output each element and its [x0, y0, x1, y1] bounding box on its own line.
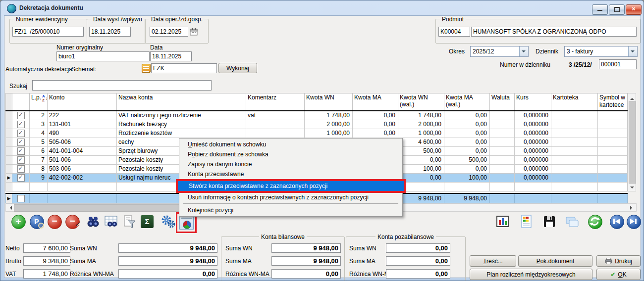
- vertical-scrollbar[interactable]: [628, 93, 636, 191]
- col-konto[interactable]: Konto: [48, 94, 117, 111]
- table-row[interactable]: 4490Rozliczenie kosztów1 000,000,001 000…: [6, 129, 628, 138]
- menu-item-umiesc-dokument[interactable]: Umieść dokument w schowku: [179, 140, 402, 149]
- table-row[interactable]: 3131-001Rachunek bieżący2 000,000,002 00…: [6, 120, 628, 129]
- schemat-input[interactable]: [151, 63, 217, 73]
- add-button[interactable]: +: [10, 214, 26, 230]
- nav-first-button[interactable]: [609, 214, 625, 230]
- row-checkbox-cell[interactable]: [12, 120, 30, 129]
- podmiot-name-input[interactable]: [471, 27, 637, 37]
- podmiot-code-input[interactable]: [438, 27, 470, 37]
- delete-button[interactable]: −: [47, 214, 62, 230]
- col-komentarz[interactable]: Komentarz: [246, 94, 305, 111]
- checkbox[interactable]: [17, 139, 25, 146]
- checkbox[interactable]: [17, 130, 25, 137]
- lookup-p-button[interactable]: P: [29, 214, 45, 230]
- checkbox[interactable]: [17, 112, 25, 119]
- col-symbol-w-kartotece[interactable]: Symbol w kartotece: [598, 94, 628, 111]
- row-checkbox-cell[interactable]: [12, 174, 30, 183]
- vertical-scroll-thumb[interactable]: [629, 101, 636, 184]
- menu-item-kolejnosc-pozycji[interactable]: Kolejność pozycji: [179, 205, 402, 215]
- calendar-icon: [189, 27, 198, 36]
- data-dok-input[interactable]: [150, 51, 192, 61]
- current-row-indicator: ▶: [6, 193, 12, 203]
- szukaj-input[interactable]: [32, 80, 212, 91]
- menu-item-pobierz-dokument[interactable]: Pobierz dokument ze schowka: [179, 149, 402, 159]
- ok-button[interactable]: ✔ OK: [596, 269, 641, 280]
- cell-kartoteka: [551, 183, 598, 191]
- nav-last-button[interactable]: [626, 214, 642, 230]
- schemat-list-icon[interactable]: [142, 64, 151, 73]
- sort-az-icon[interactable]: A Z ↓: [42, 94, 46, 106]
- data-oper-input[interactable]: [150, 27, 188, 37]
- row-checkbox-cell[interactable]: [12, 129, 30, 138]
- col-lp[interactable]: L.p. A Z ↓: [30, 94, 48, 111]
- title-bar[interactable]: Dekretacja dokumentu ×: [0, 0, 644, 15]
- close-button[interactable]: ×: [626, 4, 642, 15]
- header-indicator-cell: [6, 94, 12, 111]
- menu-item-zapisy-na-koncie[interactable]: Zapisy na danym koncie: [179, 159, 402, 169]
- row-checkbox-cell[interactable]: [12, 138, 30, 147]
- okres-select[interactable]: 2025/12: [470, 46, 529, 57]
- settings-button[interactable]: [161, 214, 176, 230]
- menu-item-usun-informacje[interactable]: Usuń informację o kontach przeciwstawnyc…: [179, 193, 402, 202]
- search-button[interactable]: [85, 214, 101, 230]
- scroll-right-icon[interactable]: [630, 206, 634, 210]
- copy-windows-icon: [565, 215, 580, 228]
- row-checkbox-cell[interactable]: [12, 165, 30, 174]
- copy-button[interactable]: [564, 214, 580, 230]
- cell-symbol: [598, 129, 628, 138]
- col-kwota-wn-wal[interactable]: Kwota WN (wal.): [398, 94, 444, 111]
- save-button[interactable]: [541, 214, 557, 230]
- checkbox[interactable]: [17, 195, 25, 202]
- sum-button[interactable]: Σ: [139, 214, 155, 230]
- checkbox[interactable]: [17, 165, 25, 173]
- maximize-button[interactable]: [609, 4, 625, 15]
- chart-button[interactable]: [495, 214, 511, 230]
- row-checkbox-cell[interactable]: [12, 111, 30, 120]
- filter-document-button[interactable]: [121, 214, 137, 230]
- checkbox[interactable]: [17, 174, 25, 182]
- table-row[interactable]: 2222VAT naliczony i jego rozliczenievat1…: [6, 111, 628, 120]
- row-checkbox-cell[interactable]: [12, 156, 30, 165]
- scroll-down-icon[interactable]: [630, 187, 634, 190]
- tresc-button[interactable]: Treść...: [470, 255, 516, 267]
- scroll-up-icon[interactable]: [630, 96, 634, 100]
- col-kurs[interactable]: Kurs: [515, 94, 551, 111]
- pok-dokument-button[interactable]: Pok.dokument: [518, 255, 592, 267]
- col-kwota-wn[interactable]: Kwota WN: [305, 94, 353, 111]
- col-waluta[interactable]: Waluta: [490, 94, 515, 111]
- refresh-button[interactable]: [587, 214, 603, 230]
- chevron-down-icon[interactable]: [628, 47, 637, 56]
- scroll-left-icon[interactable]: [8, 206, 12, 210]
- checkbox[interactable]: [17, 156, 25, 164]
- col-kwota-ma-wal[interactable]: Kwota MA (wal.): [444, 94, 490, 111]
- plan-rozliczen-button[interactable]: Plan rozliczeń międzyokresowych: [470, 269, 592, 280]
- cell-waluta: [490, 147, 515, 156]
- bilansowe-suma-ma-value: 9 948,00: [271, 256, 341, 266]
- menu-item-konta-przeciwstawne[interactable]: Konta przeciwstawne: [179, 169, 402, 179]
- totals-kwota-wn-wal: 9 948,00: [398, 193, 444, 203]
- totals-checkbox-cell[interactable]: [12, 193, 30, 203]
- checkbox[interactable]: [17, 121, 25, 128]
- dziennik-select[interactable]: 3 - faktury: [564, 46, 638, 57]
- data-wyst-input[interactable]: [89, 27, 131, 37]
- drukuj-button[interactable]: Drukuj: [596, 255, 641, 267]
- menu-item-stworz-konta-przeciwstawne[interactable]: Stwórz konta przeciwstawne z zaznaczonyc…: [178, 181, 404, 191]
- col-nazwa-konta[interactable]: Nazwa konta: [117, 94, 246, 111]
- table-search-button[interactable]: [103, 214, 119, 230]
- decree-chart-button[interactable]: [178, 215, 194, 231]
- col-kwota-ma[interactable]: Kwota MA: [353, 94, 398, 111]
- cell-ma_wal: 100,00: [444, 174, 490, 183]
- calendar-button[interactable]: [189, 27, 198, 36]
- wykonaj-button[interactable]: Wykonaj: [218, 63, 257, 73]
- delete-checked-button[interactable]: − ✓: [64, 214, 80, 230]
- col-kartoteka[interactable]: Kartoteka: [551, 94, 598, 111]
- report-button[interactable]: [519, 214, 535, 230]
- chevron-down-icon[interactable]: [519, 47, 528, 56]
- row-checkbox-cell[interactable]: [12, 147, 30, 156]
- minimize-button[interactable]: [592, 4, 608, 15]
- numer-w-dzienniku-input[interactable]: [599, 59, 637, 69]
- numer-ewidencyjny-input[interactable]: [12, 27, 84, 37]
- numer-oryginalny-input[interactable]: [56, 51, 150, 61]
- checkbox[interactable]: [17, 147, 25, 155]
